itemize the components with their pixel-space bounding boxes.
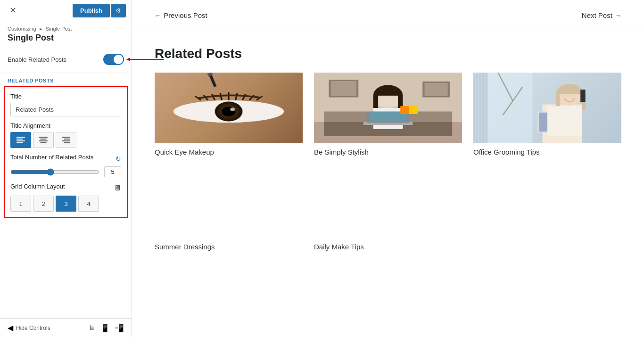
col-1-button[interactable]: 1 xyxy=(10,196,31,212)
settings-button[interactable]: ⚙ xyxy=(111,4,126,17)
title-input[interactable] xyxy=(10,103,121,116)
svg-rect-8 xyxy=(39,140,48,141)
sidebar-page-title: Single Post xyxy=(8,33,124,43)
post-card-2[interactable]: Be Simply Stylish xyxy=(314,73,462,156)
publish-button[interactable]: Publish xyxy=(73,4,110,17)
main-content: ← Previous Post Next Post → Related Post… xyxy=(132,0,644,337)
post-title-4: Summer Dressings xyxy=(155,243,303,251)
post-image-stylish xyxy=(314,73,462,143)
enable-toggle-label: Enable Related Posts xyxy=(8,56,66,63)
column-buttons: 1 2 3 4 xyxy=(10,196,121,212)
title-field-label: Title xyxy=(10,93,121,100)
hide-controls-bar: ◀ Hide Controls 🖥 📱 📲 xyxy=(0,318,132,337)
refresh-icon[interactable]: ↻ xyxy=(116,155,121,163)
breadcrumb: Customizing ▸ Single Post xyxy=(8,26,124,32)
enable-toggle-switch[interactable] xyxy=(103,54,124,65)
posts-count-display: 5 xyxy=(104,166,121,177)
sidebar: ✕ Publish ⚙ Customizing ▸ Single Post Si… xyxy=(0,0,132,337)
grid-col-row: Grid Column Layout 🖥 xyxy=(10,183,121,193)
hide-controls-left[interactable]: ◀ Hide Controls xyxy=(8,323,50,332)
related-posts-heading: Related Posts xyxy=(155,46,621,61)
publish-area: Publish ⚙ xyxy=(73,4,126,17)
sidebar-header: ✕ Publish ⚙ xyxy=(0,0,132,21)
mobile-icon[interactable]: 📲 xyxy=(115,323,124,332)
grid-col-label: Grid Column Layout xyxy=(10,183,65,190)
post-image-office xyxy=(473,73,621,143)
alignment-label: Title Alignment xyxy=(10,122,121,129)
col-4-button[interactable]: 4 xyxy=(78,196,99,212)
desktop-icon[interactable]: 🖥 xyxy=(88,323,96,332)
svg-rect-12 xyxy=(62,140,70,141)
align-center-button[interactable] xyxy=(33,132,54,148)
device-icons: 🖥 📱 📲 xyxy=(88,323,124,332)
svg-rect-9 xyxy=(41,142,47,143)
svg-rect-5 xyxy=(17,142,23,143)
next-post-link[interactable]: Next Post → xyxy=(582,11,621,19)
breadcrumb-parent: Customizing xyxy=(8,26,36,32)
post-card-3[interactable]: Office Grooming Tips xyxy=(473,73,621,156)
alignment-buttons xyxy=(10,132,121,148)
related-posts-section-label: RELATED POSTS xyxy=(0,73,132,86)
align-center-icon xyxy=(39,137,48,143)
related-posts-section: Related Posts Quick Eye Makeup Be Simply… xyxy=(132,31,644,270)
breadcrumb-area: Customizing ▸ Single Post Single Post xyxy=(0,21,132,46)
align-right-button[interactable] xyxy=(56,132,76,148)
post-card-5[interactable]: Daily Make Tips xyxy=(314,167,462,251)
posts-grid: Quick Eye Makeup Be Simply Stylish Offic… xyxy=(155,73,621,251)
svg-rect-10 xyxy=(62,137,70,138)
posts-count-label: Total Number of Related Posts xyxy=(10,154,93,161)
post-title-1: Quick Eye Makeup xyxy=(155,148,303,156)
post-title-2: Be Simply Stylish xyxy=(314,148,462,156)
breadcrumb-current: Single Post xyxy=(46,26,72,32)
close-button[interactable]: ✕ xyxy=(6,3,20,17)
post-image-eye xyxy=(155,73,303,143)
svg-rect-4 xyxy=(17,140,25,141)
svg-marker-1 xyxy=(126,58,130,61)
breadcrumb-separator: ▸ xyxy=(40,26,44,32)
post-card-1[interactable]: Quick Eye Makeup xyxy=(155,73,303,156)
col-2-button[interactable]: 2 xyxy=(33,196,54,212)
svg-rect-6 xyxy=(39,137,48,138)
align-left-icon xyxy=(17,137,25,143)
red-arrow-indicator xyxy=(126,55,169,64)
post-title-3: Office Grooming Tips xyxy=(473,148,621,156)
align-right-icon xyxy=(62,137,70,143)
previous-post-link[interactable]: ← Previous Post xyxy=(155,11,207,19)
col-3-button[interactable]: 3 xyxy=(56,196,76,212)
related-posts-panel: Title Title Alignment xyxy=(4,86,128,218)
post-image-summer xyxy=(155,167,303,238)
svg-rect-2 xyxy=(17,137,25,138)
svg-rect-11 xyxy=(64,139,70,140)
hide-controls-label: Hide Controls xyxy=(16,325,50,331)
tablet-icon[interactable]: 📱 xyxy=(100,323,110,332)
toggle-arrow-area xyxy=(103,54,124,65)
enable-toggle-row: Enable Related Posts xyxy=(0,46,132,73)
post-image-daily xyxy=(314,167,462,238)
hide-controls-chevron: ◀ xyxy=(8,323,13,332)
svg-rect-7 xyxy=(41,139,47,140)
svg-rect-13 xyxy=(64,142,70,143)
posts-count-slider[interactable] xyxy=(10,168,99,176)
posts-count-row: Total Number of Related Posts ↻ xyxy=(10,154,121,164)
navigation-bar: ← Previous Post Next Post → xyxy=(132,0,644,31)
post-card-4[interactable]: Summer Dressings xyxy=(155,167,303,251)
svg-rect-3 xyxy=(17,139,23,140)
post-title-5: Daily Make Tips xyxy=(314,243,462,251)
align-left-button[interactable] xyxy=(10,132,31,148)
slider-row: 5 xyxy=(10,166,121,177)
monitor-icon[interactable]: 🖥 xyxy=(114,184,121,192)
